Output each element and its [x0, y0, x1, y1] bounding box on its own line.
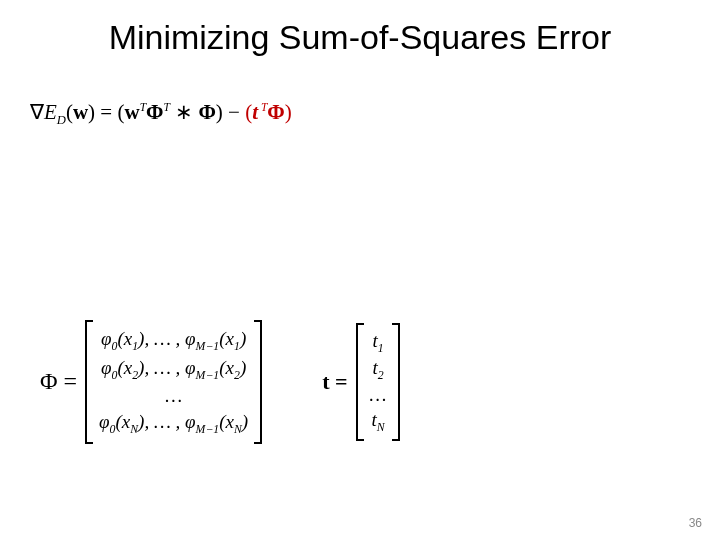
phi-matrix-content: φ0(x1), … , φM−1(x1) φ0(x2), … , φM−1(x2…: [93, 320, 254, 444]
tT-Phi-term: (t TΦ): [245, 100, 292, 124]
bracket-left-icon: [85, 320, 93, 444]
close-paren-1: ): [216, 100, 223, 124]
phi-row-N: φ0(xN), … , φM−1(xN): [99, 409, 248, 438]
matrix-definitions: Φ = φ0(x1), … , φM−1(x1) φ0(x2), … , φM−…: [40, 320, 400, 444]
lparen: (: [66, 100, 73, 124]
E-symbol: E: [44, 100, 57, 124]
wT: w: [124, 100, 139, 124]
phi-row-2: φ0(x2), … , φM−1(x2): [99, 355, 248, 384]
D-subscript: D: [57, 113, 66, 127]
star-op: ∗: [170, 100, 199, 124]
t-row-2: t2: [370, 356, 387, 383]
Phi-3: Φ: [267, 100, 284, 124]
close-paren-2: ): [285, 100, 292, 124]
gradient-equation: ∇ED(w) = (wTΦT ∗ Φ) − (t TΦ): [30, 100, 292, 128]
t-row-dots: …: [370, 383, 387, 408]
transpose-3: T: [258, 101, 267, 113]
Phi-1: Φ: [146, 100, 163, 124]
bracket-right-icon: [392, 323, 400, 441]
phi-label: Φ =: [40, 368, 77, 395]
w-vector: w: [73, 100, 88, 124]
Phi-2: Φ: [198, 100, 215, 124]
bracket-right-icon: [254, 320, 262, 444]
phi-matrix-block: Φ = φ0(x1), … , φM−1(x1) φ0(x2), … , φM−…: [40, 320, 262, 444]
phi-row-1: φ0(x1), … , φM−1(x1): [99, 326, 248, 355]
t-label: t =: [322, 369, 347, 395]
page-number: 36: [689, 516, 702, 530]
phi-row-dots: …: [99, 383, 248, 409]
t-row-N: tN: [370, 408, 387, 435]
t-vector-block: t = t1 t2 … tN: [322, 323, 400, 441]
nabla-symbol: ∇: [30, 100, 44, 124]
t-vector-content: t1 t2 … tN: [364, 323, 393, 441]
minus-op: −: [223, 100, 245, 124]
page-title: Minimizing Sum-of-Squares Error: [0, 0, 720, 57]
bracket-left-icon: [356, 323, 364, 441]
t-row-1: t1: [370, 329, 387, 356]
equals: =: [95, 100, 117, 124]
